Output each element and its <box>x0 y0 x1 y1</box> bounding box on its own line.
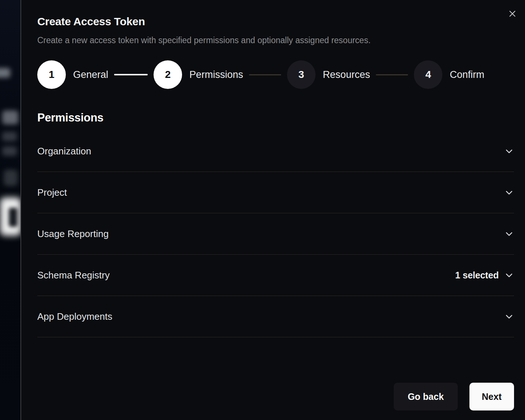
blurred-background-text <box>0 68 10 78</box>
step-confirm: 4 Confirm <box>414 60 484 89</box>
selected-count-badge: 1 selected <box>455 270 499 281</box>
step-general: 1 General <box>37 60 108 89</box>
accordion-row-controls <box>499 229 514 239</box>
accordion-row-controls <box>499 188 514 198</box>
blurred-background-heading <box>2 110 18 124</box>
create-access-token-dialog: Create Access Token Create a new access … <box>20 0 525 420</box>
background-page-strip <box>0 0 20 420</box>
accordion-row-label: Usage Reporting <box>37 228 109 240</box>
accordion-row-organization[interactable]: Organization <box>37 131 514 172</box>
accordion-row-label: Organization <box>37 146 91 157</box>
chevron-down-icon <box>504 229 514 239</box>
step-number-indicator: 2 <box>154 60 182 89</box>
chevron-down-icon <box>504 270 514 280</box>
permissions-accordion: Organization Project Usage Reporting <box>37 131 514 337</box>
step-label: General <box>73 69 108 80</box>
accordion-row-schema-registry[interactable]: Schema Registry 1 selected <box>37 255 514 296</box>
accordion-row-usage-reporting[interactable]: Usage Reporting <box>37 213 514 255</box>
step-label: Permissions <box>189 69 243 80</box>
accordion-row-controls <box>499 146 514 156</box>
step-connector <box>376 74 408 75</box>
chevron-down-icon <box>504 312 514 322</box>
accordion-row-label: Schema Registry <box>37 270 110 281</box>
accordion-row-project[interactable]: Project <box>37 172 514 213</box>
go-back-button[interactable]: Go back <box>394 383 458 410</box>
permissions-section-heading: Permissions <box>37 111 514 124</box>
step-resources: 3 Resources <box>287 60 370 89</box>
x-icon <box>509 10 516 18</box>
step-number-indicator: 4 <box>414 60 442 89</box>
blurred-background-text <box>2 132 17 141</box>
blurred-background-icon <box>4 170 18 186</box>
next-button[interactable]: Next <box>469 383 514 410</box>
screen: Create Access Token Create a new access … <box>0 0 525 420</box>
chevron-down-icon <box>504 146 514 156</box>
accordion-row-label: Project <box>37 187 67 198</box>
chevron-down-icon <box>504 188 514 198</box>
dialog-subtitle: Create a new access token with specified… <box>37 35 514 45</box>
accordion-row-controls <box>499 312 514 322</box>
step-number-indicator: 3 <box>287 60 316 89</box>
step-label: Confirm <box>450 69 484 80</box>
dialog-title: Create Access Token <box>37 15 514 28</box>
wizard-stepper: 1 General 2 Permissions 3 Resources 4 Co… <box>37 60 514 89</box>
step-connector <box>249 74 281 75</box>
step-permissions: 2 Permissions <box>154 60 243 89</box>
close-button[interactable] <box>507 8 518 19</box>
step-label: Resources <box>323 69 370 80</box>
accordion-row-app-deployments[interactable]: App Deployments <box>37 296 514 337</box>
step-connector-active <box>114 74 148 75</box>
blurred-background-text <box>2 146 17 156</box>
dialog-footer: Go back Next <box>394 383 514 410</box>
blurred-background-card-glyph <box>9 208 18 227</box>
step-number-indicator: 1 <box>37 60 66 89</box>
accordion-row-label: App Deployments <box>37 311 112 322</box>
accordion-row-controls: 1 selected <box>455 270 514 281</box>
